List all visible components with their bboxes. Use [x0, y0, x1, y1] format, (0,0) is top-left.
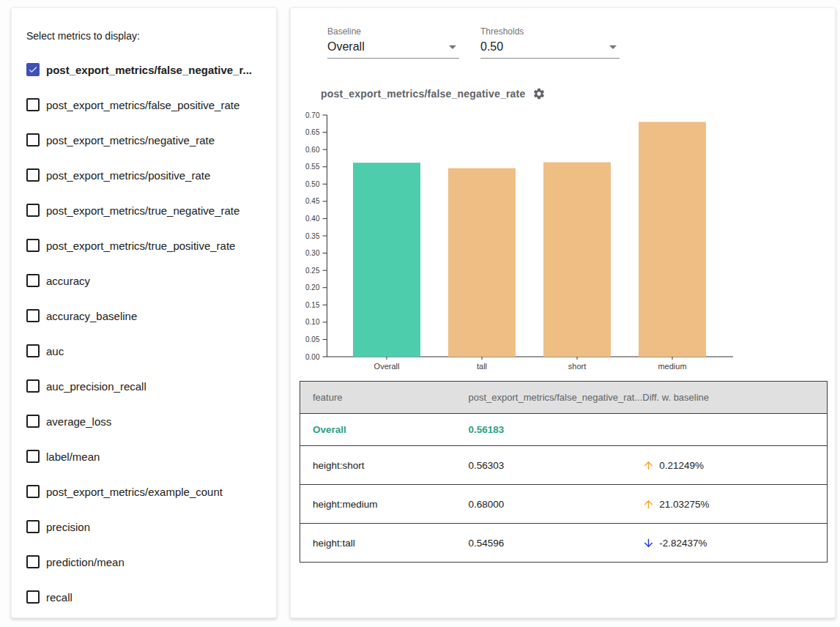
checkbox-unchecked-icon[interactable]: [26, 309, 40, 322]
cell-diff: 21.03275%: [642, 485, 827, 524]
metric-list: post_export_metrics/false_negative_r...p…: [26, 52, 266, 615]
y-tick-label: 0.45: [305, 197, 320, 205]
metric-row-10[interactable]: average_loss: [26, 404, 266, 439]
metric-row-2[interactable]: post_export_metrics/negative_rate: [26, 122, 266, 157]
y-tick-label: 0.20: [305, 283, 320, 292]
metric-label: post_export_metrics/positive_rate: [46, 169, 210, 182]
metric-row-11[interactable]: label/mean: [26, 439, 266, 474]
checkbox-unchecked-icon[interactable]: [26, 344, 40, 357]
checkbox-checked-icon[interactable]: [26, 63, 40, 76]
table-row-height:short: height:short0.563030.21249%: [300, 446, 828, 485]
bar-Overall[interactable]: [353, 163, 420, 357]
checkbox-unchecked-icon[interactable]: [26, 485, 40, 498]
checkbox-unchecked-icon[interactable]: [26, 379, 40, 393]
header-feature: feature: [300, 382, 469, 414]
metric-selector-panel: Select metrics to display: post_export_m…: [11, 7, 277, 618]
cell-diff: [642, 414, 827, 446]
arrow-down-icon: [642, 537, 655, 549]
metric-label: post_export_metrics/true_positive_rate: [46, 240, 235, 252]
bar-chart: 0.000.050.100.150.200.250.300.350.400.45…: [291, 111, 789, 378]
cell-feature: height:medium: [300, 485, 469, 524]
metric-row-0[interactable]: post_export_metrics/false_negative_r...: [26, 52, 266, 87]
metric-row-15[interactable]: recall: [26, 579, 266, 615]
metric-row-9[interactable]: auc_precision_recall: [26, 368, 266, 404]
chevron-down-icon: [449, 45, 456, 49]
metric-label: precision: [46, 521, 90, 533]
checkbox-unchecked-icon[interactable]: [26, 98, 40, 111]
baseline-label: Baseline: [327, 26, 459, 37]
bar-short[interactable]: [543, 163, 611, 357]
cell-diff: -2.82437%: [642, 524, 827, 563]
metric-selector-heading: Select metrics to display:: [26, 30, 266, 42]
metric-label: auc_precision_recall: [46, 380, 146, 393]
table-row-Overall: Overall0.56183: [300, 414, 828, 446]
y-tick-label: 0.15: [305, 301, 320, 309]
thresholds-label: Thresholds: [480, 26, 620, 37]
metric-label: post_export_metrics/negative_rate: [46, 134, 215, 146]
metric-label: prediction/mean: [46, 556, 124, 568]
y-tick-label: 0.05: [305, 335, 320, 344]
checkbox-unchecked-icon[interactable]: [26, 415, 40, 428]
metric-label: post_export_metrics/false_positive_rate: [46, 99, 239, 111]
metric-row-1[interactable]: post_export_metrics/false_positive_rate: [26, 87, 266, 122]
metric-label: accuracy_baseline: [46, 310, 137, 322]
metric-label: recall: [46, 591, 73, 604]
table-row-height:tall: height:tall0.54596-2.82437%: [300, 524, 828, 563]
metric-row-12[interactable]: post_export_metrics/example_count: [26, 474, 266, 509]
diff-text: -2.82437%: [659, 538, 707, 549]
metric-row-7[interactable]: accuracy_baseline: [26, 298, 266, 333]
cell-feature: height:short: [300, 446, 469, 485]
y-tick-label: 0.60: [305, 146, 320, 154]
arrow-up-icon: [642, 459, 655, 472]
checkbox-unchecked-icon[interactable]: [26, 168, 40, 182]
cell-feature: Overall: [300, 414, 469, 446]
arrow-up-icon: [642, 498, 655, 511]
y-tick-label: 0.55: [305, 163, 320, 171]
metric-row-8[interactable]: auc: [26, 333, 266, 368]
checkbox-unchecked-icon[interactable]: [26, 450, 40, 463]
checkbox-unchecked-icon[interactable]: [26, 274, 40, 287]
header-metric: post_export_metrics/false_negative_rat..…: [469, 382, 643, 414]
checkbox-unchecked-icon[interactable]: [26, 239, 40, 252]
y-tick-label: 0.00: [305, 353, 320, 361]
baseline-value: Overall: [327, 40, 365, 53]
metric-label: post_export_metrics/example_count: [46, 486, 223, 498]
baseline-select-field: Baseline Overall: [327, 26, 459, 59]
diff-text: 0.21249%: [659, 460, 704, 471]
checkbox-unchecked-icon[interactable]: [26, 204, 40, 217]
checkbox-unchecked-icon[interactable]: [26, 590, 40, 604]
y-tick-label: 0.40: [305, 215, 320, 223]
cell-diff: 0.21249%: [642, 446, 827, 485]
x-tick-label: tall: [477, 362, 487, 371]
metric-row-5[interactable]: post_export_metrics/true_positive_rate: [26, 228, 266, 263]
diff-text: 21.03275%: [659, 499, 709, 510]
y-tick-label: 0.10: [305, 318, 320, 326]
metric-row-4[interactable]: post_export_metrics/true_negative_rate: [26, 193, 266, 228]
metric-row-13[interactable]: precision: [26, 509, 266, 544]
gear-icon[interactable]: [532, 87, 546, 100]
bar-medium[interactable]: [639, 122, 706, 357]
metric-label: auc: [46, 345, 64, 357]
y-tick-label: 0.35: [305, 232, 320, 240]
metric-label: accuracy: [46, 275, 90, 287]
metric-label: average_loss: [46, 415, 111, 428]
chevron-down-icon: [609, 45, 617, 49]
checkbox-unchecked-icon[interactable]: [26, 520, 40, 533]
checkbox-unchecked-icon[interactable]: [26, 555, 40, 568]
y-tick-label: 0.70: [305, 111, 320, 119]
x-tick-label: Overall: [374, 362, 400, 371]
bar-tall[interactable]: [448, 168, 516, 357]
baseline-select[interactable]: Overall: [327, 39, 459, 59]
metric-label: label/mean: [46, 450, 100, 463]
checkbox-unchecked-icon[interactable]: [26, 133, 40, 146]
table-row-height:medium: height:medium0.6800021.03275%: [300, 485, 828, 524]
metric-row-6[interactable]: accuracy: [26, 263, 266, 298]
metric-row-3[interactable]: post_export_metrics/positive_rate: [26, 157, 266, 193]
header-diff: Diff. w. baseline: [642, 382, 827, 414]
thresholds-select[interactable]: 0.50: [480, 39, 620, 59]
metric-row-14[interactable]: prediction/mean: [26, 544, 266, 579]
y-tick-label: 0.65: [305, 128, 320, 136]
x-tick-label: short: [568, 362, 586, 371]
chart-header: post_export_metrics/false_negative_rate: [321, 87, 546, 100]
table-body: Overall0.56183height:short0.563030.21249…: [300, 414, 828, 563]
